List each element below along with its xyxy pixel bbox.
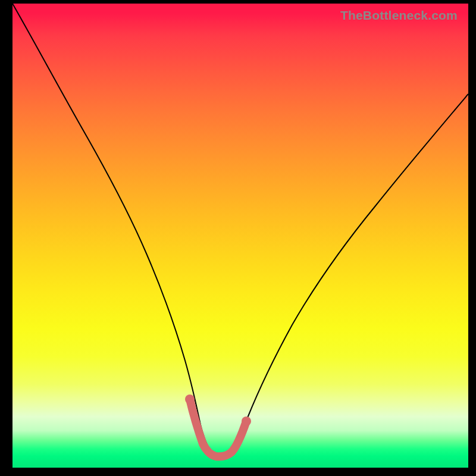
watermark-text: TheBottleneck.com [340,8,458,23]
optimal-range-highlight [190,399,246,456]
plot-svg [12,4,468,468]
highlight-end-dot [242,416,251,426]
chart-frame: TheBottleneck.com [0,0,476,476]
highlight-start-dot [185,394,195,404]
plot-area: TheBottleneck.com [12,4,468,468]
bottleneck-curve [12,4,468,456]
